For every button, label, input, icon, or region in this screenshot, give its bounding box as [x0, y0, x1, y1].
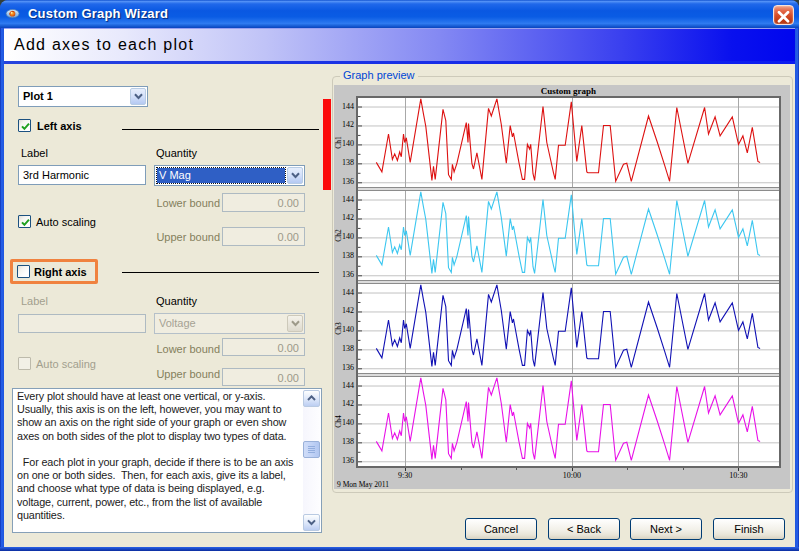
y-tick-label: 140	[341, 139, 354, 148]
right-quantity-dropdown-button	[287, 315, 303, 332]
right-label-input	[18, 314, 146, 333]
left-quantity-dropdown-button[interactable]	[287, 167, 303, 184]
left-axis-redbar-annotation	[323, 99, 331, 190]
right-axis-checkbox[interactable]	[17, 265, 30, 278]
scroll-down-button[interactable]	[303, 514, 320, 531]
chevron-down-icon	[291, 172, 300, 179]
y-tick-label: 144	[341, 381, 354, 390]
left-lower-bound-input: 0.00	[222, 193, 305, 212]
wizard-step-banner: Add axes to each plot	[4, 28, 795, 61]
left-upper-bound-caption: Upper bound	[136, 231, 220, 243]
y-tick-label: 144	[341, 102, 354, 111]
right-lower-bound-caption: Lower bound	[136, 343, 220, 355]
channel-label: Ch1	[334, 134, 343, 150]
y-tick-label: 144	[341, 195, 354, 204]
y-tick-label: 138	[341, 158, 354, 167]
channel-label: Ch3	[334, 320, 343, 336]
scrollbar-thumb[interactable]	[303, 441, 320, 458]
graph-title: Custom graph	[358, 86, 779, 96]
y-tick-label: 136	[341, 177, 354, 186]
help-text: Every plot should have at least one vert…	[17, 390, 301, 522]
title-bar[interactable]: Custom Graph Wizard	[0, 0, 799, 28]
x-axis-date-label: 9 Mon May 2011	[337, 480, 389, 489]
left-label-caption: Label	[21, 147, 48, 159]
y-tick-label: 136	[341, 270, 354, 279]
waveform-ch3	[376, 285, 760, 367]
close-icon	[777, 11, 790, 23]
x-tick-label: 10:00	[552, 471, 592, 480]
scrollbar-grip	[308, 446, 315, 454]
right-axis-label: Right axis	[34, 266, 87, 278]
chevron-up-icon	[307, 395, 316, 402]
x-tick-label: 9:30	[385, 471, 425, 480]
right-quantity-select: Voltage	[154, 313, 305, 334]
window-border-bottom	[0, 547, 799, 551]
x-minor-tick	[627, 468, 628, 470]
chevron-down-icon	[134, 93, 143, 100]
y-tick-label: 142	[341, 213, 354, 222]
y-tick-label: 136	[341, 456, 354, 465]
right-upper-bound-input: 0.00	[222, 368, 305, 386]
right-quantity-value: Voltage	[159, 317, 196, 329]
x-tick-label: 10:30	[718, 471, 758, 480]
left-axis-separator	[122, 129, 319, 130]
left-auto-scaling-label: Auto scaling	[36, 216, 96, 228]
right-auto-scaling-label: Auto scaling	[36, 358, 96, 370]
left-quantity-select[interactable]: V Mag	[154, 165, 305, 186]
y-tick-label: 142	[341, 399, 354, 408]
left-upper-bound-input: 0.00	[222, 227, 305, 246]
right-label-caption: Label	[21, 295, 48, 307]
y-tick-label: 140	[341, 232, 354, 241]
plot-select[interactable]: Plot 1	[18, 86, 148, 107]
scroll-up-button[interactable]	[303, 390, 320, 407]
y-tick-label: 142	[341, 306, 354, 315]
graph-preview-group-label: Graph preview	[340, 69, 418, 81]
waveform-ch4	[376, 378, 760, 460]
graph-panel: Custom graph 136138140142144Ch1136138140…	[334, 85, 790, 489]
subplot-ch2	[358, 191, 779, 280]
finish-button[interactable]: Finish	[713, 518, 785, 540]
chevron-down-icon	[291, 320, 300, 327]
right-quantity-caption: Quantity	[156, 295, 197, 307]
left-auto-scaling-checkbox[interactable]	[18, 215, 31, 228]
close-button[interactable]	[773, 5, 794, 25]
right-lower-bound-input: 0.00	[222, 338, 305, 356]
waveform-ch1	[376, 99, 760, 181]
channel-label: Ch4	[334, 413, 343, 429]
x-minor-tick	[461, 468, 462, 470]
chevron-down-icon	[307, 519, 316, 526]
check-icon	[20, 121, 31, 132]
channel-label: Ch2	[334, 227, 343, 243]
check-icon	[20, 217, 31, 228]
dialog-body: Plot 1 Left axis Label Quantity 3rd Harm…	[4, 64, 795, 547]
left-axis-label: Left axis	[37, 120, 82, 132]
y-tick-label: 138	[341, 344, 354, 353]
right-axis-separator	[122, 272, 319, 273]
subplot-ch1	[358, 98, 779, 187]
y-tick-label: 140	[341, 418, 354, 427]
window-border-right	[795, 28, 799, 551]
help-scrollbar[interactable]	[303, 390, 320, 531]
y-tick-label: 144	[341, 288, 354, 297]
wizard-step-title: Add axes to each plot	[14, 36, 194, 54]
left-label-input[interactable]: 3rd Harmonic	[18, 165, 146, 185]
y-tick-label: 136	[341, 363, 354, 372]
x-minor-tick	[516, 468, 517, 470]
right-upper-bound-caption: Upper bound	[136, 368, 220, 380]
plot-select-value: Plot 1	[23, 90, 53, 102]
left-lower-bound-caption: Lower bound	[136, 197, 220, 209]
app-icon	[5, 9, 21, 20]
next-button[interactable]: Next >	[630, 518, 702, 540]
y-tick-label: 140	[341, 325, 354, 334]
left-axis-checkbox[interactable]	[18, 119, 31, 132]
subplot-ch3	[358, 284, 779, 373]
y-tick-label: 138	[341, 251, 354, 260]
left-quantity-value: V Mag	[159, 169, 191, 181]
plot-frame	[356, 96, 781, 468]
plot-select-dropdown-button[interactable]	[130, 88, 146, 105]
cancel-button[interactable]: Cancel	[465, 518, 537, 540]
back-button[interactable]: < Back	[548, 518, 620, 540]
window-border-left	[0, 28, 4, 551]
help-text-box[interactable]: Every plot should have at least one vert…	[12, 388, 322, 533]
y-tick-label: 138	[341, 437, 354, 446]
